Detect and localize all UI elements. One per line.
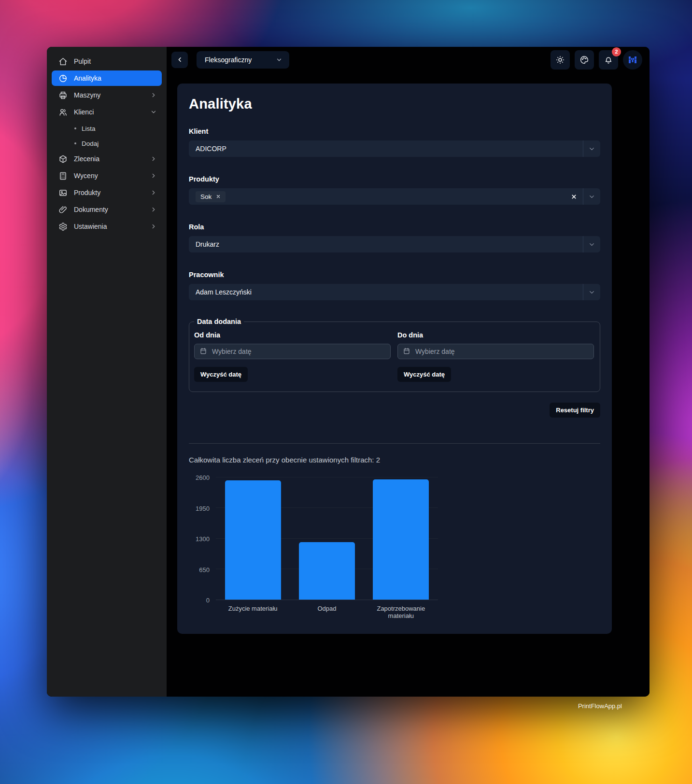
- sidebar-item-label: Wyceny: [74, 172, 144, 180]
- chart-xaxis: Zużycie materiałuOdpadZapotrzebowanie ma…: [216, 605, 438, 619]
- date-range-legend: Data dodania: [194, 318, 244, 325]
- bullet-icon: [74, 127, 76, 129]
- sidebar-item-label: Dokumenty: [74, 206, 144, 213]
- chevron-down-icon: [150, 109, 157, 115]
- bar-1: [225, 480, 281, 600]
- chevron-right-icon: [150, 206, 157, 213]
- sidebar-item-pulpit[interactable]: Pulpit: [52, 54, 162, 69]
- rola-select[interactable]: Drukarz: [189, 236, 600, 252]
- rola-label: Rola: [189, 223, 600, 231]
- bar-3: [373, 479, 429, 600]
- theme-toggle-button[interactable]: [551, 50, 570, 70]
- page-title: Analityka: [189, 96, 600, 112]
- chevron-down-icon: [583, 284, 600, 300]
- chart-bars: [216, 477, 438, 600]
- topbar: Fleksograficzny: [167, 47, 650, 72]
- main-area: Fleksograficzny: [167, 47, 650, 697]
- y-tick-label: 2600: [196, 474, 210, 481]
- bullet-icon: [74, 142, 76, 144]
- sidebar-item-dokumenty[interactable]: Dokumenty: [52, 202, 162, 217]
- produkty-multiselect[interactable]: Sok: [189, 188, 600, 205]
- pracownik-select[interactable]: Adam Leszczyński: [189, 284, 600, 300]
- printer-icon: [58, 91, 68, 100]
- image-icon: [58, 188, 68, 197]
- chevron-down-icon: [583, 188, 600, 205]
- gear-icon: [58, 222, 68, 231]
- filter-pracownik: Pracownik Adam Leszczyński: [189, 271, 600, 300]
- chevron-right-icon: [150, 172, 157, 179]
- sidebar-item-label: Pulpit: [74, 57, 157, 65]
- date-to-input[interactable]: [397, 344, 594, 359]
- bell-icon: [604, 55, 613, 65]
- date-from-label: Od dnia: [194, 331, 391, 339]
- x-tick-label: Odpad: [290, 605, 364, 619]
- reset-filters-button[interactable]: Resetuj filtry: [550, 403, 600, 418]
- back-button[interactable]: [171, 52, 188, 68]
- chevron-right-icon: [150, 155, 157, 162]
- sidebar-subitem-lista[interactable]: Lista: [52, 121, 162, 136]
- x-tick-label: Zapotrzebowanie materiału: [364, 605, 438, 619]
- date-to-column: Do dnia Wyczyść datę: [397, 327, 594, 382]
- sidebar-item-wyceny[interactable]: Wyceny: [52, 168, 162, 183]
- chevron-down-icon: [583, 140, 600, 157]
- pracownik-select-value: Adam Leszczyński: [196, 288, 583, 296]
- clear-date-to-button[interactable]: Wyczyść datę: [397, 367, 451, 382]
- filter-klient: Klient ADICORP: [189, 127, 600, 157]
- remove-chip-icon[interactable]: [216, 194, 221, 199]
- watermark: PrintFlowApp.pl: [578, 702, 622, 710]
- filter-rola: Rola Drukarz: [189, 223, 600, 252]
- produkt-chip-label: Sok: [200, 193, 212, 200]
- pie-chart-icon: [58, 74, 68, 83]
- sidebar-item-maszyny[interactable]: Maszyny: [52, 87, 162, 103]
- package-icon: [58, 154, 68, 164]
- content-area: Analityka Klient ADICORP P: [167, 72, 650, 697]
- sidebar-item-zlecenia[interactable]: Zlecenia: [52, 151, 162, 167]
- y-tick-label: 650: [199, 566, 210, 573]
- chevron-right-icon: [150, 223, 157, 230]
- date-to-label: Do dnia: [397, 331, 594, 339]
- sidebar-item-klienci[interactable]: Klienci: [52, 104, 162, 120]
- filter-produkty: Produkty Sok: [189, 175, 600, 205]
- y-tick-label: 0: [206, 597, 210, 604]
- clear-date-from-button[interactable]: Wyczyść datę: [194, 367, 248, 382]
- chart-summary: Całkowita liczba zleceń przy obecnie ust…: [189, 456, 600, 464]
- sidebar-item-analityka[interactable]: Analityka: [52, 70, 162, 86]
- notifications-button[interactable]: 2: [599, 50, 618, 70]
- machine-select[interactable]: Fleksograficzny: [197, 51, 289, 69]
- sidebar-item-produkty[interactable]: Produkty: [52, 185, 162, 200]
- topbar-actions: 2: [551, 50, 642, 70]
- sidebar-subitem-dodaj[interactable]: Dodaj: [52, 136, 162, 151]
- logo-m-icon: [627, 54, 638, 66]
- sidebar-item-ustawienia[interactable]: Ustawienia: [52, 219, 162, 234]
- produkty-label: Produkty: [189, 175, 600, 183]
- avatar[interactable]: [623, 50, 642, 70]
- palette-button[interactable]: [575, 50, 594, 70]
- sidebar-subitem-label: Dodaj: [82, 140, 99, 147]
- users-icon: [58, 108, 68, 117]
- app-window: Pulpit Analityka Maszyny Klienci: [47, 47, 650, 697]
- klient-select[interactable]: ADICORP: [189, 140, 600, 157]
- y-tick-label: 1300: [196, 535, 210, 543]
- notification-badge: 2: [612, 47, 621, 56]
- calculator-icon: [58, 171, 68, 181]
- bar-chart: 0650130019502600 Zużycie materiałuOdpadZ…: [189, 477, 440, 619]
- chevron-right-icon: [150, 189, 157, 196]
- sidebar-subitem-label: Lista: [82, 125, 96, 132]
- sidebar-item-label: Ustawienia: [74, 223, 144, 230]
- sidebar-item-label: Maszyny: [74, 91, 144, 99]
- klient-label: Klient: [189, 127, 600, 135]
- sun-icon: [555, 55, 565, 65]
- bar-slot: [290, 477, 364, 600]
- home-icon: [58, 57, 68, 66]
- palette-icon: [579, 55, 589, 65]
- klient-select-value: ADICORP: [196, 145, 583, 153]
- sidebar-item-label: Klienci: [74, 108, 144, 116]
- clear-all-icon[interactable]: [565, 194, 583, 200]
- date-from-column: Od dnia Wyczyść datę: [194, 327, 391, 382]
- pracownik-label: Pracownik: [189, 271, 600, 279]
- paperclip-icon: [58, 205, 68, 214]
- divider: [189, 443, 600, 444]
- date-from-input[interactable]: [194, 344, 391, 359]
- chevron-right-icon: [150, 92, 157, 98]
- sidebar-item-label: Produkty: [74, 189, 144, 196]
